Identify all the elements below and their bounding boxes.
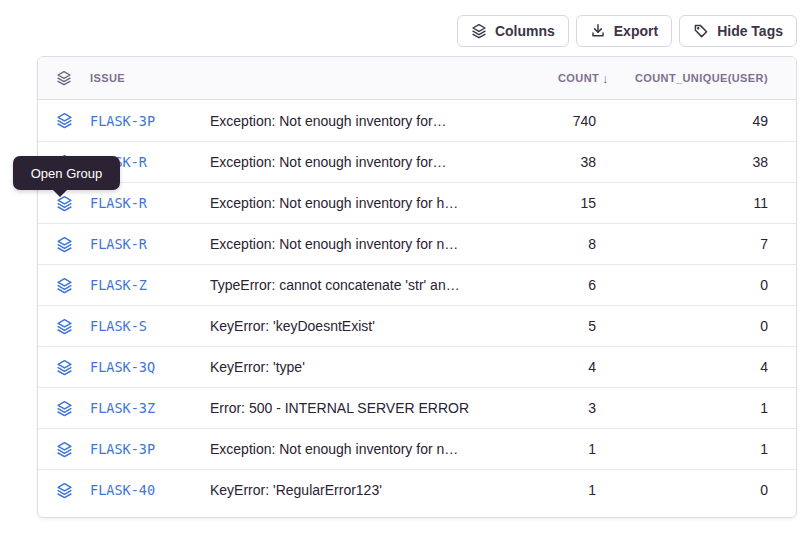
count-unique-value: 0 bbox=[596, 318, 796, 334]
count-value: 1 bbox=[514, 482, 596, 498]
table-row[interactable]: FLASK-S KeyError: 'keyDoesntExist' 5 0 bbox=[38, 305, 796, 346]
open-group-tooltip: Open Group bbox=[13, 156, 120, 190]
issue-title: Exception: Not enough inventory for h… bbox=[210, 195, 514, 211]
count-value: 38 bbox=[514, 154, 596, 170]
count-unique-value: 0 bbox=[596, 482, 796, 498]
issue-title: KeyError: 'RegularError123' bbox=[210, 482, 514, 498]
toolbar: Columns Export Hide Tags bbox=[457, 15, 797, 47]
issue-link[interactable]: FLASK-R bbox=[90, 236, 210, 252]
tooltip-label: Open Group bbox=[31, 166, 103, 181]
issue-title: Exception: Not enough inventory for n… bbox=[210, 441, 514, 457]
group-stack-icon[interactable] bbox=[38, 359, 90, 376]
group-stack-icon[interactable] bbox=[38, 482, 90, 499]
count-unique-value: 7 bbox=[596, 236, 796, 252]
group-stack-icon[interactable] bbox=[38, 400, 90, 417]
count-unique-value: 1 bbox=[596, 400, 796, 416]
count-value: 4 bbox=[514, 359, 596, 375]
export-button-label: Export bbox=[614, 23, 658, 39]
group-stack-icon[interactable] bbox=[38, 236, 90, 253]
table-header: ISSUE COUNT ↓ COUNT_UNIQUE(USER) bbox=[38, 57, 796, 100]
issue-link[interactable]: FLASK-3Z bbox=[90, 400, 210, 416]
issue-link[interactable]: FLASK-S bbox=[90, 318, 210, 334]
count-unique-value: 1 bbox=[596, 441, 796, 457]
issue-link[interactable]: FLASK-3P bbox=[90, 113, 210, 129]
count-unique-value: 38 bbox=[596, 154, 796, 170]
count-value: 740 bbox=[514, 113, 596, 129]
issue-link[interactable]: FLASK-3Q bbox=[90, 359, 210, 375]
count-unique-value: 49 bbox=[596, 113, 796, 129]
issue-title: KeyError: 'keyDoesntExist' bbox=[210, 318, 514, 334]
table-row[interactable]: FLASK-3Q KeyError: 'type' 4 4 bbox=[38, 346, 796, 387]
table-row[interactable]: FLASK-3Z Error: 500 - INTERNAL SERVER ER… bbox=[38, 387, 796, 428]
issue-title: Exception: Not enough inventory for… bbox=[210, 154, 514, 170]
issue-link[interactable]: FLASK-40 bbox=[90, 482, 210, 498]
table-row[interactable]: FLASK-3P Exception: Not enough inventory… bbox=[38, 428, 796, 469]
columns-button-label: Columns bbox=[495, 23, 555, 39]
issue-title: Error: 500 - INTERNAL SERVER ERROR bbox=[210, 400, 514, 416]
export-button[interactable]: Export bbox=[576, 15, 672, 47]
column-header-count-unique[interactable]: COUNT_UNIQUE(USER) bbox=[596, 72, 796, 84]
table-row[interactable]: FLASK-40 KeyError: 'RegularError123' 1 0 bbox=[38, 469, 796, 510]
column-header-issue[interactable]: ISSUE bbox=[90, 72, 210, 84]
issue-link[interactable]: FLASK-Z bbox=[90, 277, 210, 293]
table-row[interactable]: FLASK-R Exception: Not enough inventory … bbox=[38, 223, 796, 264]
stack-icon bbox=[471, 23, 487, 39]
issues-table: ISSUE COUNT ↓ COUNT_UNIQUE(USER) FLASK-3… bbox=[37, 56, 797, 518]
download-icon bbox=[590, 23, 606, 39]
issue-title: Exception: Not enough inventory for… bbox=[210, 113, 514, 129]
group-stack-icon[interactable] bbox=[38, 277, 90, 294]
issue-link[interactable]: FLASK-3P bbox=[90, 441, 210, 457]
issue-title: TypeError: cannot concatenate 'str' an… bbox=[210, 277, 514, 293]
hide-tags-button-label: Hide Tags bbox=[717, 23, 783, 39]
tooltip-arrow bbox=[53, 190, 67, 197]
group-stack-icon[interactable] bbox=[38, 318, 90, 335]
count-value: 5 bbox=[514, 318, 596, 334]
group-stack-icon[interactable] bbox=[38, 195, 90, 212]
count-value: 15 bbox=[514, 195, 596, 211]
group-stack-icon[interactable] bbox=[38, 441, 90, 458]
table-row[interactable]: FLASK-Z TypeError: cannot concatenate 's… bbox=[38, 264, 796, 305]
count-unique-value: 0 bbox=[596, 277, 796, 293]
count-value: 6 bbox=[514, 277, 596, 293]
table-row[interactable]: FLASK-R Exception: Not enough inventory … bbox=[38, 182, 796, 223]
count-unique-value: 11 bbox=[596, 195, 796, 211]
group-stack-icon[interactable] bbox=[38, 112, 90, 129]
table-row[interactable]: FLASK-3P Exception: Not enough inventory… bbox=[38, 100, 796, 141]
tag-icon bbox=[693, 23, 709, 39]
column-header-count[interactable]: COUNT ↓ bbox=[514, 71, 596, 86]
issue-link[interactable]: FLASK-R bbox=[90, 195, 210, 211]
hide-tags-button[interactable]: Hide Tags bbox=[679, 15, 797, 47]
count-header-label: COUNT bbox=[558, 72, 599, 84]
issue-title: Exception: Not enough inventory for n… bbox=[210, 236, 514, 252]
issue-title: KeyError: 'type' bbox=[210, 359, 514, 375]
count-unique-value: 4 bbox=[596, 359, 796, 375]
page: Columns Export Hide Tags ISSUE COUNT ↓ C… bbox=[0, 0, 807, 538]
table-row[interactable]: FLASK-R Exception: Not enough inventory … bbox=[38, 141, 796, 182]
header-stack-icon bbox=[38, 70, 90, 86]
columns-button[interactable]: Columns bbox=[457, 15, 569, 47]
count-value: 1 bbox=[514, 441, 596, 457]
count-value: 8 bbox=[514, 236, 596, 252]
count-value: 3 bbox=[514, 400, 596, 416]
